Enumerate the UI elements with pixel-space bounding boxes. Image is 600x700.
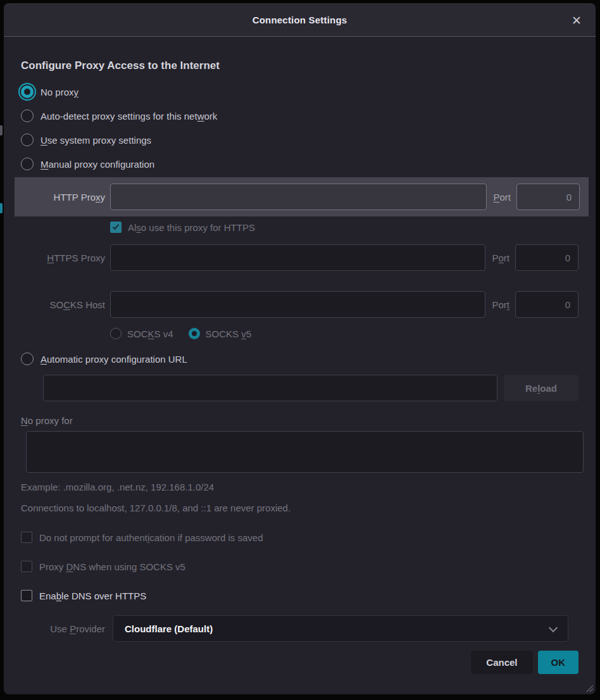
radio-label-manual-proxy: Manual proxy configuration [41, 159, 154, 170]
https-proxy-input[interactable] [110, 244, 485, 271]
close-button[interactable]: ✕ [566, 10, 587, 30]
socks-port-input[interactable] [515, 291, 578, 318]
http-port-input[interactable] [516, 184, 580, 210]
never-proxied-note: Connections to localhost, 127.0.0.1/8, a… [21, 503, 578, 513]
radio-label-auto-config-url: Automatic proxy configuration URL [41, 354, 187, 365]
https-proxy-label: HTTPS Proxy [21, 253, 105, 263]
dialog-footer: Cancel OK [21, 651, 578, 674]
reload-button-label: Reload [525, 383, 557, 394]
proxy-dns-label: Proxy DNS when using SOCKS v5 [39, 561, 185, 572]
radio-label-no-proxy: No proxy [41, 87, 78, 97]
radio-auto-config-url[interactable]: Automatic proxy configuration URL [21, 347, 578, 371]
radio-icon-auto-detect[interactable] [21, 109, 34, 122]
background-page-sliver [0, 125, 3, 135]
use-provider-label: Use Provider [21, 623, 105, 634]
radio-icon-socks-v5[interactable] [189, 328, 200, 339]
dialog-titlebar: Connection Settings ✕ [4, 3, 596, 37]
proxy-dns-checkbox[interactable] [21, 561, 32, 572]
https-port-label: Port [492, 253, 509, 263]
radio-label-socks-v4: SOCKS v4 [127, 328, 173, 339]
also-https-checkbox[interactable] [110, 222, 122, 233]
socks-host-label: SOCKS Host [21, 299, 105, 310]
radio-system-proxy[interactable]: Use system proxy settings [21, 128, 578, 152]
auto-config-url-row: Reload [43, 375, 578, 401]
dialog-content: Configure Proxy Access to the Internet N… [4, 59, 596, 674]
dialog-title: Connection Settings [253, 15, 347, 25]
http-proxy-input[interactable] [110, 184, 487, 210]
socks-version-row: SOCKS v4 SOCKS v5 [110, 328, 578, 339]
http-proxy-label: HTTP Proxy [21, 192, 105, 203]
radio-manual-proxy[interactable]: Manual proxy configuration [21, 152, 578, 176]
resize-grip-icon[interactable] [585, 684, 594, 692]
auth-prompt-checkbox[interactable] [21, 532, 32, 543]
connection-settings-dialog: Connection Settings ✕ Configure Proxy Ac… [4, 3, 596, 694]
ok-button[interactable]: OK [538, 651, 579, 674]
radio-icon-auto-config-url[interactable] [21, 353, 34, 365]
auto-config-url-input[interactable] [43, 375, 497, 401]
radio-no-proxy[interactable]: No proxy [21, 80, 578, 104]
https-port-input[interactable] [515, 244, 578, 271]
no-proxy-example-text: Example: .mozilla.org, .net.nz, 192.168.… [21, 482, 578, 492]
chevron-down-icon [549, 623, 558, 632]
no-proxy-for-textarea[interactable] [26, 431, 584, 473]
doh-provider-row: Use Provider Cloudflare (Default) [21, 615, 578, 642]
also-https-label: Also use this proxy for HTTPS [128, 222, 255, 233]
radio-socks-v4[interactable]: SOCKS v4 [110, 328, 173, 339]
auth-prompt-label: Do not prompt for authentication if pass… [39, 532, 263, 543]
provider-dropdown[interactable]: Cloudflare (Default) [113, 615, 568, 642]
reload-button[interactable]: Reload [504, 375, 578, 401]
radio-label-system-proxy: Use system proxy settings [41, 135, 151, 146]
http-port-label: Port [493, 192, 511, 203]
auth-prompt-row[interactable]: Do not prompt for authentication if pass… [21, 530, 578, 545]
http-proxy-highlight-band: HTTP Proxy Port [15, 177, 589, 216]
check-icon [113, 223, 119, 230]
socks-host-input[interactable] [110, 291, 485, 318]
radio-auto-detect[interactable]: Auto-detect proxy settings for this netw… [21, 104, 578, 128]
background-accent-sliver [0, 203, 3, 213]
radio-label-auto-detect: Auto-detect proxy settings for this netw… [41, 111, 217, 122]
http-proxy-row: HTTP Proxy Port [21, 184, 580, 210]
radio-label-socks-v5: SOCKS v5 [206, 328, 252, 339]
radio-icon-socks-v4[interactable] [110, 328, 122, 339]
https-proxy-row: HTTPS Proxy Port [21, 244, 578, 271]
no-proxy-for-label: No proxy for [21, 415, 578, 426]
proxy-dns-row[interactable]: Proxy DNS when using SOCKS v5 [21, 559, 578, 574]
enable-doh-checkbox[interactable] [21, 590, 32, 601]
radio-icon-system-proxy[interactable] [21, 134, 34, 146]
enable-doh-row[interactable]: Enable DNS over HTTPS [21, 588, 578, 603]
socks-host-row: SOCKS Host Port [21, 291, 578, 318]
also-https-row[interactable]: Also use this proxy for HTTPS [110, 222, 578, 233]
provider-dropdown-value: Cloudflare (Default) [125, 623, 213, 634]
cancel-button[interactable]: Cancel [471, 651, 532, 674]
page-title: Configure Proxy Access to the Internet [21, 59, 578, 72]
radio-icon-manual-proxy[interactable] [21, 158, 34, 170]
radio-socks-v5[interactable]: SOCKS v5 [189, 328, 252, 339]
close-icon: ✕ [572, 13, 582, 28]
socks-port-label: Port [492, 299, 509, 310]
enable-doh-label: Enable DNS over HTTPS [39, 591, 146, 601]
radio-icon-no-proxy[interactable] [21, 85, 34, 98]
